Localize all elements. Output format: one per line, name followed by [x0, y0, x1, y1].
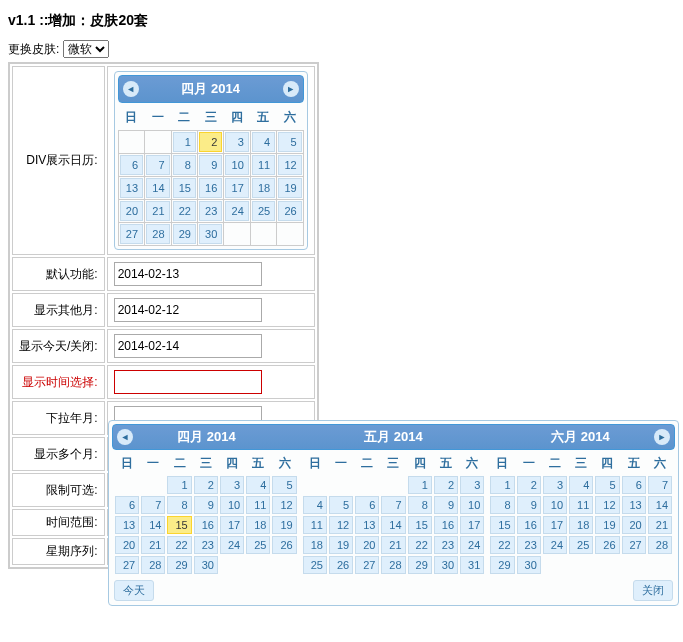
- day-cell[interactable]: 9: [434, 496, 458, 514]
- day-cell[interactable]: 29: [408, 556, 432, 574]
- day-cell[interactable]: 9: [194, 496, 218, 514]
- day-cell[interactable]: 12: [272, 496, 296, 514]
- day-cell[interactable]: 6: [120, 155, 143, 175]
- day-cell[interactable]: 30: [199, 224, 222, 244]
- day-cell[interactable]: 16: [434, 516, 458, 534]
- timesel-input[interactable]: [114, 370, 262, 394]
- day-cell[interactable]: 2: [199, 132, 222, 152]
- day-cell[interactable]: 13: [120, 178, 143, 198]
- day-cell[interactable]: 27: [355, 556, 379, 574]
- day-cell[interactable]: 23: [517, 536, 541, 554]
- day-cell[interactable]: 3: [543, 476, 567, 494]
- day-cell[interactable]: 20: [120, 201, 143, 221]
- day-cell[interactable]: 5: [595, 476, 619, 494]
- day-cell[interactable]: 21: [648, 516, 672, 534]
- day-cell[interactable]: 13: [115, 516, 139, 534]
- day-cell[interactable]: 21: [141, 536, 165, 554]
- popup-prev-icon[interactable]: ◄: [117, 429, 133, 445]
- day-cell[interactable]: 26: [595, 536, 619, 554]
- day-cell[interactable]: 17: [225, 178, 248, 198]
- day-cell[interactable]: 30: [517, 556, 541, 574]
- day-cell[interactable]: 17: [543, 516, 567, 534]
- day-cell[interactable]: 15: [167, 516, 191, 534]
- day-cell[interactable]: 2: [194, 476, 218, 494]
- day-cell[interactable]: 15: [490, 516, 514, 534]
- day-cell[interactable]: 9: [517, 496, 541, 514]
- day-cell[interactable]: 11: [569, 496, 593, 514]
- day-cell[interactable]: 3: [220, 476, 244, 494]
- day-cell[interactable]: 19: [329, 536, 353, 554]
- day-cell[interactable]: 26: [278, 201, 301, 221]
- day-cell[interactable]: 21: [381, 536, 405, 554]
- day-cell[interactable]: 7: [141, 496, 165, 514]
- day-cell[interactable]: 22: [408, 536, 432, 554]
- day-cell[interactable]: 11: [303, 516, 327, 534]
- day-cell[interactable]: 11: [246, 496, 270, 514]
- day-cell[interactable]: 20: [622, 516, 646, 534]
- day-cell[interactable]: 18: [246, 516, 270, 534]
- day-cell[interactable]: 8: [408, 496, 432, 514]
- day-cell[interactable]: 28: [146, 224, 169, 244]
- day-cell[interactable]: 8: [173, 155, 196, 175]
- day-cell[interactable]: 24: [225, 201, 248, 221]
- day-cell[interactable]: 20: [115, 536, 139, 554]
- day-cell[interactable]: 22: [167, 536, 191, 554]
- day-cell[interactable]: 31: [460, 556, 484, 574]
- day-cell[interactable]: 6: [115, 496, 139, 514]
- next-month-icon[interactable]: ►: [283, 81, 299, 97]
- day-cell[interactable]: 10: [220, 496, 244, 514]
- day-cell[interactable]: 2: [517, 476, 541, 494]
- day-cell[interactable]: 27: [115, 556, 139, 574]
- day-cell[interactable]: 18: [252, 178, 275, 198]
- day-cell[interactable]: 7: [648, 476, 672, 494]
- day-cell[interactable]: 19: [595, 516, 619, 534]
- day-cell[interactable]: 16: [194, 516, 218, 534]
- day-cell[interactable]: 23: [194, 536, 218, 554]
- day-cell[interactable]: 21: [146, 201, 169, 221]
- day-cell[interactable]: 18: [303, 536, 327, 554]
- day-cell[interactable]: 12: [329, 516, 353, 534]
- day-cell[interactable]: 23: [199, 201, 222, 221]
- day-cell[interactable]: 15: [408, 516, 432, 534]
- day-cell[interactable]: 25: [246, 536, 270, 554]
- day-cell[interactable]: 16: [199, 178, 222, 198]
- prev-month-icon[interactable]: ◄: [123, 81, 139, 97]
- day-cell[interactable]: 12: [595, 496, 619, 514]
- day-cell[interactable]: 24: [543, 536, 567, 554]
- day-cell[interactable]: 7: [381, 496, 405, 514]
- day-cell[interactable]: 25: [252, 201, 275, 221]
- day-cell[interactable]: 13: [622, 496, 646, 514]
- day-cell[interactable]: 6: [355, 496, 379, 514]
- day-cell[interactable]: 14: [141, 516, 165, 534]
- day-cell[interactable]: 14: [648, 496, 672, 514]
- day-cell[interactable]: 11: [252, 155, 275, 175]
- day-cell[interactable]: 8: [490, 496, 514, 514]
- day-cell[interactable]: 22: [490, 536, 514, 554]
- day-cell[interactable]: 27: [622, 536, 646, 554]
- day-cell[interactable]: 16: [517, 516, 541, 534]
- day-cell[interactable]: 1: [173, 132, 196, 152]
- day-cell[interactable]: 12: [278, 155, 301, 175]
- day-cell[interactable]: 1: [167, 476, 191, 494]
- day-cell[interactable]: 26: [329, 556, 353, 574]
- day-cell[interactable]: 10: [460, 496, 484, 514]
- day-cell[interactable]: 7: [146, 155, 169, 175]
- day-cell[interactable]: 18: [569, 516, 593, 534]
- day-cell[interactable]: 5: [329, 496, 353, 514]
- day-cell[interactable]: 17: [220, 516, 244, 534]
- day-cell[interactable]: 1: [490, 476, 514, 494]
- day-cell[interactable]: 4: [303, 496, 327, 514]
- day-cell[interactable]: 4: [246, 476, 270, 494]
- todayclose-input[interactable]: [114, 334, 262, 358]
- day-cell[interactable]: 5: [278, 132, 301, 152]
- day-cell[interactable]: 17: [460, 516, 484, 534]
- day-cell[interactable]: 4: [252, 132, 275, 152]
- day-cell[interactable]: 8: [167, 496, 191, 514]
- day-cell[interactable]: 26: [272, 536, 296, 554]
- day-cell[interactable]: 28: [648, 536, 672, 554]
- othermonth-input[interactable]: [114, 298, 262, 322]
- day-cell[interactable]: 22: [173, 201, 196, 221]
- day-cell[interactable]: 28: [381, 556, 405, 574]
- day-cell[interactable]: 6: [622, 476, 646, 494]
- day-cell[interactable]: 27: [120, 224, 143, 244]
